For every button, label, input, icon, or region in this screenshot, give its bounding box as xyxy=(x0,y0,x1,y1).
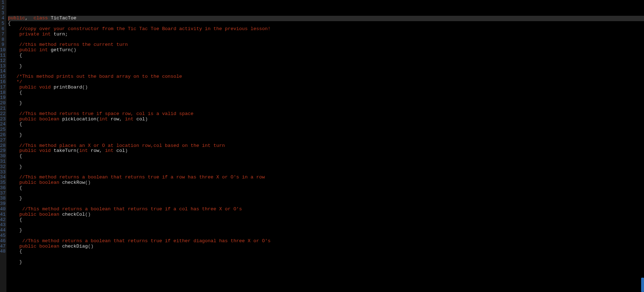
code-line[interactable]: { xyxy=(8,217,644,223)
code-editor[interactable]: 1234567891011121314151617181920212223242… xyxy=(0,0,644,292)
code-line[interactable]: { xyxy=(8,154,644,159)
text-token xyxy=(8,191,11,196)
code-line[interactable]: } xyxy=(8,260,644,265)
comment-token: */ xyxy=(16,79,22,85)
text-token xyxy=(8,37,11,42)
code-line[interactable]: //This method returns a boolean that ret… xyxy=(8,175,644,180)
code-line[interactable] xyxy=(8,106,644,111)
keyword-token: public xyxy=(19,180,36,185)
line-number: 39 xyxy=(0,201,4,207)
line-number: 22 xyxy=(0,111,4,117)
identifier-token: checkCol xyxy=(62,212,85,217)
line-number: 20 xyxy=(0,101,4,106)
code-line[interactable] xyxy=(8,222,644,228)
code-line[interactable]: { xyxy=(8,186,644,191)
code-line[interactable]: } xyxy=(8,64,644,69)
code-line[interactable] xyxy=(8,69,644,74)
code-line[interactable]: } xyxy=(8,101,644,106)
text-token: , xyxy=(119,116,125,122)
line-number: 21 xyxy=(0,106,4,111)
identifier-token: turn xyxy=(54,32,65,37)
code-line[interactable] xyxy=(8,138,644,143)
code-line[interactable]: */ xyxy=(8,80,644,85)
text-token xyxy=(8,116,19,122)
code-line[interactable]: { xyxy=(8,90,644,96)
code-line[interactable] xyxy=(8,159,644,164)
text-token xyxy=(36,244,39,249)
text-token xyxy=(8,201,11,206)
code-line[interactable] xyxy=(8,95,644,101)
line-number: 33 xyxy=(0,170,4,175)
code-line[interactable]: //This method returns a boolean that ret… xyxy=(8,239,644,244)
code-line[interactable] xyxy=(8,170,644,175)
keyword-token: boolean xyxy=(39,244,59,249)
code-line[interactable]: { xyxy=(8,249,644,254)
code-line[interactable]: public boolean checkCol() xyxy=(8,212,644,217)
code-line[interactable]: { xyxy=(8,122,644,127)
comment-token: //This method places an X or O at locati… xyxy=(19,143,225,148)
identifier-token: row xyxy=(91,148,99,153)
code-line[interactable] xyxy=(8,201,644,207)
code-line[interactable]: //this method returns the current turn xyxy=(8,42,644,48)
code-line[interactable]: } xyxy=(8,228,644,233)
code-line[interactable] xyxy=(8,191,644,196)
text-token xyxy=(8,153,19,159)
code-line[interactable]: //This method returns a boolean that ret… xyxy=(8,207,644,212)
code-line[interactable]: /*This method prints out the board array… xyxy=(8,74,644,80)
code-line[interactable]: } xyxy=(8,196,644,201)
code-line[interactable]: } xyxy=(8,164,644,170)
code-line[interactable]: public, class TicTacToe xyxy=(8,16,644,21)
code-line[interactable]: //This method places an X or O at locati… xyxy=(8,143,644,149)
code-line[interactable]: public void printBoard() xyxy=(8,85,644,90)
text-token xyxy=(8,238,22,244)
code-line[interactable]: public int getTurn() xyxy=(8,48,644,53)
keyword-token: int xyxy=(79,148,88,153)
code-line[interactable]: private int turn; xyxy=(8,32,644,37)
keyword-token: public xyxy=(19,85,36,90)
text-token: , xyxy=(25,15,31,21)
code-line[interactable]: //copy over your constructor from the Ti… xyxy=(8,27,644,32)
code-line[interactable]: public boolean checkDiag() xyxy=(8,244,644,249)
comment-token: //This method returns a boolean that ret… xyxy=(22,238,270,244)
line-number: 42 xyxy=(0,217,4,223)
code-line[interactable]: public boolean pickLocation(int row, int… xyxy=(8,117,644,122)
identifier-token: row xyxy=(111,116,119,122)
code-line[interactable] xyxy=(8,127,644,133)
text-token xyxy=(8,217,19,222)
comment-token: //This method returns a boolean that ret… xyxy=(22,206,242,212)
text-token: () xyxy=(82,85,88,90)
code-line[interactable]: //This method returns true if space row,… xyxy=(8,111,644,117)
text-token: ( xyxy=(77,148,79,153)
code-line[interactable] xyxy=(8,233,644,239)
line-number: 18 xyxy=(0,90,4,96)
code-line[interactable] xyxy=(8,58,644,64)
vertical-scrollbar[interactable] xyxy=(640,0,644,292)
text-token: { xyxy=(19,185,22,191)
code-line[interactable]: public boolean checkRow() xyxy=(8,180,644,186)
line-number: 24 xyxy=(0,122,4,127)
code-line[interactable]: public void takeTurn(int row, int col) xyxy=(8,148,644,154)
keyword-token: private xyxy=(19,32,39,37)
keyword-token: public xyxy=(19,244,36,249)
text-token: { xyxy=(19,217,22,222)
line-number: 37 xyxy=(0,191,4,196)
code-line[interactable] xyxy=(8,254,644,260)
code-line[interactable] xyxy=(8,265,644,271)
text-token xyxy=(8,174,19,180)
scrollbar-thumb[interactable] xyxy=(641,278,644,292)
text-token xyxy=(51,148,54,153)
code-line[interactable] xyxy=(8,37,644,43)
line-number-gutter[interactable]: 1234567891011121314151617181920212223242… xyxy=(0,0,6,292)
text-token xyxy=(8,180,19,185)
code-line[interactable]: } xyxy=(8,133,644,138)
identifier-token: col xyxy=(136,116,145,122)
keyword-token: public xyxy=(19,116,36,122)
keyword-token: int xyxy=(99,116,108,122)
code-line[interactable]: { xyxy=(8,21,644,27)
text-token xyxy=(8,254,11,259)
code-area[interactable]: public, class TicTacToe{ //copy over you… xyxy=(6,0,644,292)
identifier-token: col xyxy=(116,148,125,153)
line-number: 32 xyxy=(0,164,4,170)
code-line[interactable]: { xyxy=(8,53,644,58)
line-number: 31 xyxy=(0,159,4,164)
